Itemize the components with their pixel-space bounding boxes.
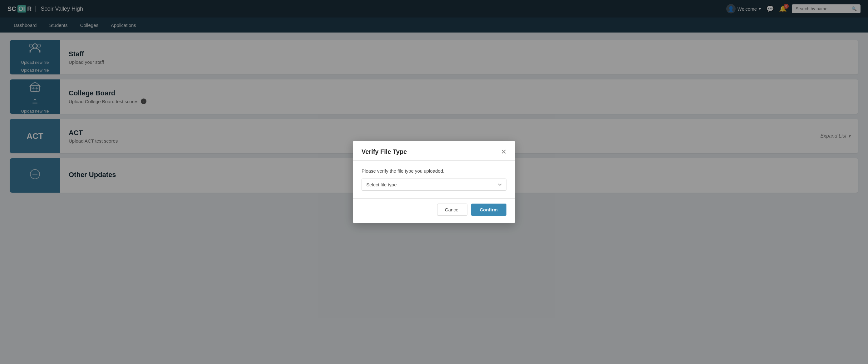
modal-header: Verify File Type ✕ [353, 141, 515, 161]
cancel-button[interactable]: Cancel [437, 203, 467, 216]
modal-footer: Cancel Confirm [353, 198, 515, 223]
modal-body: Please verify the file type you uploaded… [353, 161, 515, 198]
modal-close-button[interactable]: ✕ [501, 148, 506, 156]
file-type-select[interactable]: Select file type Staff College Board ACT [362, 178, 506, 191]
modal-title: Verify File Type [362, 148, 407, 156]
confirm-button[interactable]: Confirm [471, 203, 507, 216]
verify-file-type-modal: Verify File Type ✕ Please verify the fil… [353, 141, 515, 223]
modal-description: Please verify the file type you uploaded… [362, 168, 506, 173]
modal-overlay: Verify File Type ✕ Please verify the fil… [0, 0, 868, 364]
